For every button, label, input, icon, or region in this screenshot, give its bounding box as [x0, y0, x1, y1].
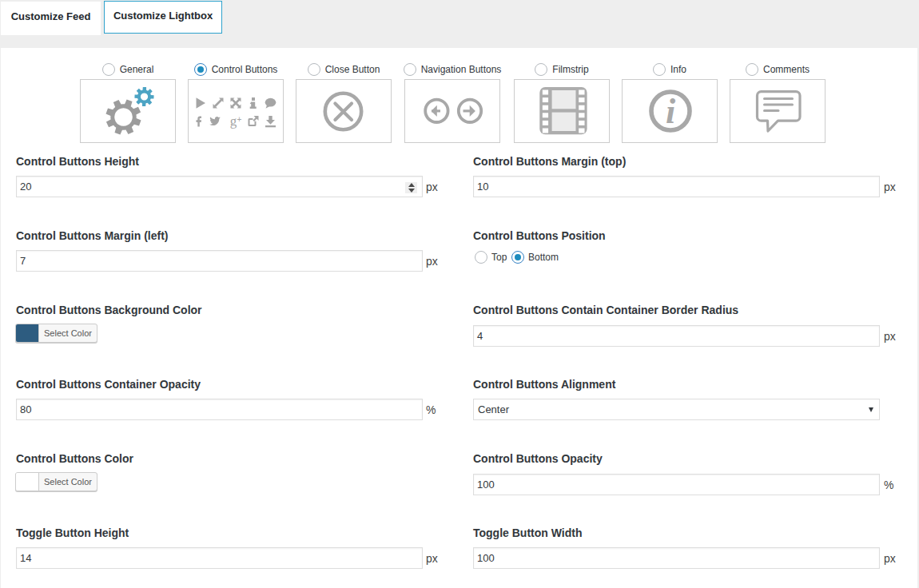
svg-text:+: +: [237, 115, 242, 124]
svg-text:i: i: [666, 92, 676, 131]
svg-text:g: g: [230, 113, 237, 129]
